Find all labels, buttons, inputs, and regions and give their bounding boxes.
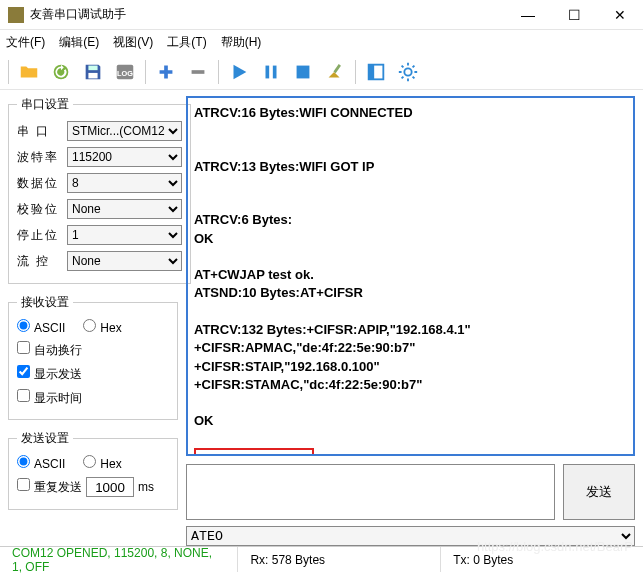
repeat-checkbox[interactable]: 重复发送 <box>17 478 82 496</box>
status-bar: COM12 OPENED, 115200, 8, NONE, 1, OFF Rx… <box>0 546 643 572</box>
svg-point-11 <box>404 68 411 75</box>
flow-label: 流 控 <box>17 253 61 270</box>
status-connection: COM12 OPENED, 115200, 8, NONE, 1, OFF <box>0 547 238 572</box>
menu-view[interactable]: 视图(V) <box>113 34 153 51</box>
recv-hex-radio[interactable]: Hex <box>83 319 121 335</box>
baud-select[interactable]: 115200 <box>67 147 182 167</box>
pause-button[interactable] <box>257 58 285 86</box>
left-panel: 串口设置 串 口STMicr...(COM12 波特率115200 数据位8 校… <box>0 90 186 546</box>
open-folder-button[interactable] <box>15 58 43 86</box>
data-label: 数据位 <box>17 175 61 192</box>
recv-ascii-radio[interactable]: ASCII <box>17 319 65 335</box>
send-legend: 发送设置 <box>17 430 73 447</box>
menu-bar: 文件(F) 编辑(E) 视图(V) 工具(T) 帮助(H) <box>0 30 643 54</box>
app-icon <box>8 7 24 23</box>
toolbar: LOG <box>0 54 643 90</box>
play-button[interactable] <box>225 58 253 86</box>
send-ascii-radio[interactable]: ASCII <box>17 455 65 471</box>
stop-label: 停止位 <box>17 227 61 244</box>
serial-legend: 串口设置 <box>17 96 73 113</box>
menu-help[interactable]: 帮助(H) <box>221 34 262 51</box>
minimize-button[interactable]: — <box>505 0 551 30</box>
send-hex-radio[interactable]: Hex <box>83 455 121 471</box>
refresh-button[interactable] <box>47 58 75 86</box>
log-button[interactable]: LOG <box>111 58 139 86</box>
right-panel: ATRCV:16 Bytes:WIFI CONNECTED ATRCV:13 B… <box>186 90 643 546</box>
remove-button[interactable] <box>184 58 212 86</box>
send-input[interactable] <box>186 464 555 520</box>
recv-legend: 接收设置 <box>17 294 73 311</box>
status-tx: Tx: 0 Bytes <box>441 547 643 572</box>
port-select[interactable]: STMicr...(COM12 <box>67 121 182 141</box>
svg-rect-2 <box>88 72 97 78</box>
send-settings-group: 发送设置 ASCII Hex 重复发送 ms <box>8 430 178 510</box>
port-label: 串 口 <box>17 123 61 140</box>
showtime-checkbox[interactable]: 显示时间 <box>17 389 82 407</box>
parity-select[interactable]: None <box>67 199 182 219</box>
serial-settings-group: 串口设置 串 口STMicr...(COM12 波特率115200 数据位8 校… <box>8 96 191 284</box>
maximize-button[interactable]: ☐ <box>551 0 597 30</box>
baud-label: 波特率 <box>17 149 61 166</box>
protocol-select[interactable]: ATEO <box>186 526 635 546</box>
send-button[interactable]: 发送 <box>563 464 635 520</box>
showsend-checkbox[interactable]: 显示发送 <box>17 365 82 383</box>
parity-label: 校验位 <box>17 201 61 218</box>
add-button[interactable] <box>152 58 180 86</box>
settings-button[interactable] <box>394 58 422 86</box>
svg-rect-7 <box>297 65 310 78</box>
receive-log[interactable]: ATRCV:16 Bytes:WIFI CONNECTED ATRCV:13 B… <box>186 96 635 456</box>
svg-text:LOG: LOG <box>117 68 133 77</box>
title-bar: 友善串口调试助手 — ☐ ✕ <box>0 0 643 30</box>
interval-input[interactable] <box>86 477 134 497</box>
ms-label: ms <box>138 480 154 494</box>
recv-settings-group: 接收设置 ASCII Hex 自动换行 显示发送 显示时间 <box>8 294 178 420</box>
data-select[interactable]: 8 <box>67 173 182 193</box>
save-button[interactable] <box>79 58 107 86</box>
highlight-box: AT+CIFSR test ok. ip: 192.168.0.100 <box>194 448 314 456</box>
menu-tools[interactable]: 工具(T) <box>167 34 206 51</box>
menu-file[interactable]: 文件(F) <box>6 34 45 51</box>
autowrap-checkbox[interactable]: 自动换行 <box>17 341 82 359</box>
svg-rect-6 <box>273 65 277 78</box>
close-button[interactable]: ✕ <box>597 0 643 30</box>
status-rx: Rx: 578 Bytes <box>238 547 441 572</box>
menu-edit[interactable]: 编辑(E) <box>59 34 99 51</box>
stop-button[interactable] <box>289 58 317 86</box>
svg-rect-1 <box>88 65 97 70</box>
svg-rect-8 <box>333 64 341 73</box>
svg-rect-10 <box>369 64 375 79</box>
window-title: 友善串口调试助手 <box>30 6 505 23</box>
clear-button[interactable] <box>321 58 349 86</box>
svg-rect-5 <box>266 65 270 78</box>
flow-select[interactable]: None <box>67 251 182 271</box>
layout-button[interactable] <box>362 58 390 86</box>
stop-select[interactable]: 1 <box>67 225 182 245</box>
